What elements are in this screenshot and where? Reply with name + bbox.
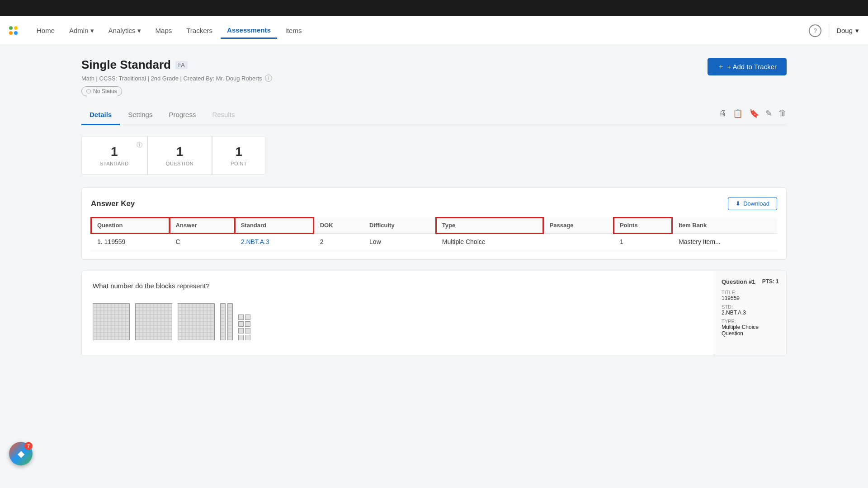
- sidebar-std-row: STD: 2.NBT.A.3: [722, 304, 779, 316]
- tab-actions: 🖨 📋 🔖 ✎ 🗑: [718, 108, 787, 122]
- col-item-bank: Item Bank: [672, 217, 777, 234]
- question-sidebar: Question #1 PTS: 1 TITLE: 119559 STD: 2.…: [714, 271, 786, 356]
- tab-results: Results: [204, 105, 243, 125]
- col-points: Points: [613, 217, 672, 234]
- page-meta: Math | CCSS: Traditional | 2nd Grade | C…: [81, 75, 272, 82]
- chevron-down-icon: ▾: [90, 27, 94, 35]
- sidebar-type-row: TYPE: Multiple Choice Question: [722, 319, 779, 337]
- help-icon[interactable]: ?: [809, 24, 821, 37]
- strip-1: [220, 303, 226, 340]
- nav-divider: [829, 24, 829, 37]
- stat-question: 1 QUESTION: [147, 136, 212, 175]
- add-to-tracker-button[interactable]: ＋ + Add to Tracker: [708, 58, 787, 75]
- answer-key-section: Answer Key ⬇ Download Question Answer St…: [81, 188, 787, 260]
- top-bar: [0, 0, 868, 16]
- tabs-row: Details Settings Progress Results 🖨 📋 🔖 …: [81, 105, 787, 125]
- answer-key-table: Question Answer Standard DOK Difficulty …: [91, 217, 777, 250]
- question-preview: What number do the blocks represent?: [81, 271, 787, 356]
- stat-standard: ⓘ 1 STANDARD: [81, 136, 147, 175]
- table-row: 1. 119559 C 2.NBT.A.3 2 Low Multiple Cho…: [91, 234, 777, 250]
- nav-admin[interactable]: Admin ▾: [63, 23, 100, 38]
- question-content: What number do the blocks represent?: [82, 271, 714, 356]
- cell-item-bank: Mastery Item...: [672, 234, 777, 250]
- stat-info-icon[interactable]: ⓘ: [137, 141, 142, 149]
- logo-dot-3: [9, 31, 13, 35]
- col-answer: Answer: [170, 217, 235, 234]
- logo-dot-2: [14, 26, 18, 30]
- cell-points: 1: [613, 234, 672, 250]
- single-blocks: [238, 314, 250, 340]
- answer-key-title: Answer Key: [91, 199, 135, 208]
- col-dok: DOK: [314, 217, 363, 234]
- navbar: Home Admin ▾ Analytics ▾ Maps Trackers A…: [0, 16, 868, 45]
- download-icon: ⬇: [736, 200, 741, 207]
- status-badge[interactable]: No Status: [81, 86, 122, 96]
- col-difficulty: Difficulty: [363, 217, 436, 234]
- logo-dot-1: [9, 26, 13, 30]
- cell-type: Multiple Choice: [436, 234, 543, 250]
- meta-info-icon[interactable]: i: [265, 75, 272, 82]
- nav-analytics[interactable]: Analytics ▾: [102, 23, 147, 38]
- chevron-down-icon: ▾: [137, 27, 141, 35]
- stats-row: ⓘ 1 STANDARD 1 QUESTION 1 POINT: [81, 136, 787, 175]
- col-standard: Standard: [235, 217, 314, 234]
- download-button[interactable]: ⬇ Download: [728, 197, 777, 210]
- cell-dok: 2: [314, 234, 363, 250]
- title-badge: FA: [175, 61, 188, 69]
- col-passage: Passage: [543, 217, 613, 234]
- question-num-label: Question #1: [722, 278, 755, 285]
- nav-items: Home Admin ▾ Analytics ▾ Maps Trackers A…: [30, 23, 809, 39]
- page-header: Single Standard FA Math | CCSS: Traditio…: [81, 58, 787, 96]
- nav-assessments[interactable]: Assessments: [221, 23, 277, 39]
- tab-details[interactable]: Details: [81, 105, 120, 125]
- page-title: Single Standard FA: [81, 58, 272, 72]
- tab-progress[interactable]: Progress: [160, 105, 204, 125]
- question-pts: PTS: 1: [762, 278, 779, 285]
- tabs: Details Settings Progress Results: [81, 105, 243, 125]
- plus-icon: ＋: [717, 62, 724, 71]
- cell-question: 1. 119559: [91, 234, 170, 250]
- blocks-visual: [93, 299, 703, 345]
- logo[interactable]: [9, 26, 18, 35]
- main-content: Single Standard FA Math | CCSS: Traditio…: [0, 45, 868, 488]
- delete-icon[interactable]: 🗑: [778, 108, 787, 118]
- notification-badge-container: ◆ 7: [9, 442, 33, 465]
- standard-link[interactable]: 2.NBT.A.3: [241, 238, 269, 245]
- notif-icon: ◆: [18, 448, 24, 459]
- bookmark-icon[interactable]: 🔖: [749, 108, 759, 118]
- user-chevron-icon: ▾: [855, 27, 859, 35]
- answer-key-header: Answer Key ⬇ Download: [91, 197, 777, 210]
- edit-icon[interactable]: ✎: [765, 108, 772, 118]
- nav-home[interactable]: Home: [30, 23, 61, 38]
- page-title-section: Single Standard FA Math | CCSS: Traditio…: [81, 58, 272, 96]
- user-name: Doug: [836, 27, 853, 34]
- block-grid-2: [135, 303, 172, 340]
- stat-point: 1 POINT: [212, 136, 265, 175]
- nav-trackers[interactable]: Trackers: [180, 23, 219, 38]
- nav-right: ? Doug ▾: [809, 24, 859, 37]
- block-grid-1: [93, 303, 130, 340]
- col-question: Question: [91, 217, 170, 234]
- nav-maps[interactable]: Maps: [149, 23, 179, 38]
- tab-settings[interactable]: Settings: [120, 105, 160, 125]
- notification-badge[interactable]: ◆ 7: [9, 442, 33, 465]
- user-menu[interactable]: Doug ▾: [836, 27, 859, 35]
- nav-items[interactable]: Items: [279, 23, 308, 38]
- document-icon[interactable]: 📋: [733, 108, 743, 118]
- table-header-row: Question Answer Standard DOK Difficulty …: [91, 217, 777, 234]
- cell-passage: [543, 234, 613, 250]
- sidebar-title-row: TITLE: 119559: [722, 290, 779, 301]
- logo-dot-4: [14, 31, 18, 35]
- status-circle: [86, 89, 91, 94]
- strip-group: [220, 303, 233, 340]
- print-icon[interactable]: 🖨: [718, 108, 726, 118]
- question-text: What number do the blocks represent?: [93, 282, 703, 290]
- cell-difficulty: Low: [363, 234, 436, 250]
- block-grid-3: [178, 303, 215, 340]
- col-type: Type: [436, 217, 543, 234]
- cell-answer: C: [170, 234, 235, 250]
- notification-count: 7: [24, 442, 33, 450]
- cell-standard: 2.NBT.A.3: [235, 234, 314, 250]
- strip-2: [227, 303, 233, 340]
